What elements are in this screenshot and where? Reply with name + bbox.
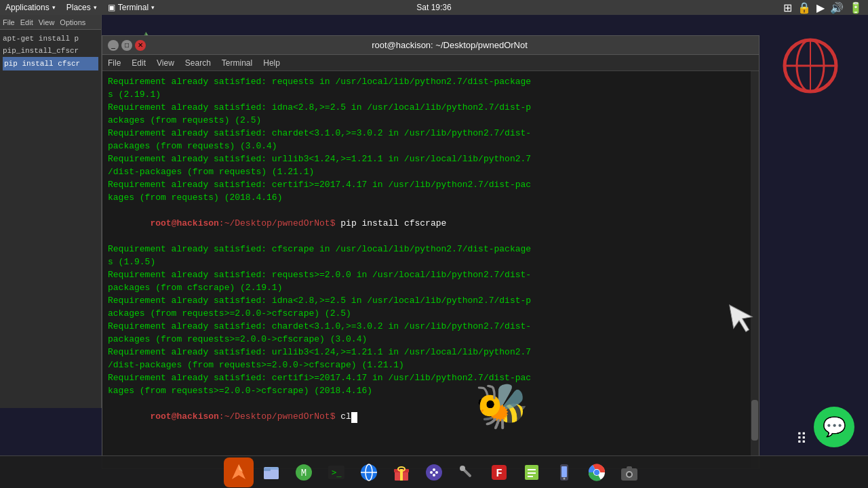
term-output-9: Requirement already satisfied: certifi>=… [108,178,753,191]
term-cmd-1: pip install cfscrape [335,218,446,228]
term-output-8: /dist-packages (from requests) (1.21.1) [108,165,753,178]
term-edit-menu[interactable]: Edit [132,58,146,68]
term-output-22: kages (from requests>=2.0.0->cfscrape) (… [108,384,753,397]
system-time: Sat 19:36 [416,3,451,12]
tray-icon-3: ▶ [816,1,825,14]
panel-line-1: apt-get install p [3,33,98,45]
term-prompt-path-2: :~/Desktop/pwnedOrNot$ [219,411,336,422]
panel-options-menu[interactable]: Options [60,18,85,26]
desktop: File Edit View Options apt-get install p… [0,15,868,488]
term-cmd-2: cl [335,411,351,422]
globe-icon-area [780,35,848,103]
term-output-20: /dist-packages (from requests>=2.0.0->cf… [108,359,753,371]
term-output-7: Requirement already satisfied: urllib3<1… [108,152,753,165]
term-output-14: packages (from cfscrape) (2.19.1) [108,281,753,294]
term-output-4: ackages (from requests) (2.5) [108,114,753,127]
term-cursor [351,412,357,423]
places-menu[interactable]: Places ▾ [66,3,97,12]
system-bar: Applications ▾ Places ▾ ▣ Terminal ▾ Sat… [0,0,868,15]
term-output-18: packages (from requests>=2.0.0->cfscrape… [108,333,753,346]
taskbar-icon-files[interactable] [256,458,286,487]
term-output-2: s (2.19.1) [108,88,753,101]
term-view-menu[interactable]: View [157,58,174,68]
system-tray: ⊞ 🔒 ▶ 🔊 🔋 [783,1,863,14]
maximize-button[interactable]: □ [121,40,132,51]
terminal-icon-small: ▣ [108,3,115,12]
globe-svg [780,35,841,96]
svg-point-31 [460,466,465,471]
window-controls: _ □ ✕ [108,40,146,51]
left-panel-menubar: File Edit View Options [0,15,101,30]
term-prompt-user-1: root@hackison [150,218,218,228]
bee-decoration: 🐝 [475,381,529,434]
taskbar-icon-browser[interactable] [354,458,384,487]
term-output-13: Requirement already satisfied: requests>… [108,268,753,281]
terminal-menubar: File Edit View Search Terminal Help [102,55,759,71]
panel-file-menu[interactable]: File [3,18,15,26]
term-output-12: s (1.9.5) [108,256,753,268]
taskbar: M >_ F [0,455,868,488]
term-prompt-line-1: root@hackison:~/Desktop/pwnedOrNot$ pip … [108,204,753,243]
term-help-menu[interactable]: Help [263,58,280,68]
taskbar-icon-app-green[interactable]: M [289,458,319,487]
term-output-15: Requirement already satisfied: idna<2.8,… [108,294,753,307]
tray-icon-2: 🔒 [797,1,811,14]
taskbar-icon-camera[interactable] [614,458,644,487]
taskbar-icon-gift[interactable] [387,458,416,487]
svg-point-40 [564,477,566,479]
terminal-scrollbar[interactable] [751,71,759,468]
term-file-menu[interactable]: File [108,58,121,68]
places-arrow: ▾ [94,4,97,11]
taskbar-icon-tool[interactable] [452,458,481,487]
terminal-body[interactable]: Requirement already satisfied: requests … [102,71,759,468]
term-output-6: packages (from requests) (3.0.4) [108,140,753,152]
taskbar-icon-notes[interactable] [517,458,547,487]
term-prompt-line-2: root@hackison:~/Desktop/pwnedOrNot$ cl [108,397,753,436]
taskbar-icon-chrome[interactable] [582,458,612,487]
terminal-titlebar: _ □ ✕ root@hackison: ~/Desktop/pwnedOrNo… [102,36,759,55]
term-output-1: Requirement already satisfied: requests … [108,75,753,88]
taskbar-icon-phone[interactable] [549,458,579,487]
svg-rect-12 [264,470,279,479]
svg-point-43 [594,470,599,475]
term-prompt-path-1: :~/Desktop/pwnedOrNot$ [219,218,336,228]
close-button[interactable]: ✕ [135,40,146,51]
tray-icon-4: 🔊 [830,1,844,14]
terminal-scrollbar-thumb[interactable] [751,400,758,441]
svg-point-28 [433,468,435,471]
chat-bubble-icon[interactable]: 💬 [814,407,854,447]
term-output-3: Requirement already satisfied: idna<2.8,… [108,101,753,114]
term-output-11: Requirement already satisfied: cfscrape … [108,243,753,256]
svg-point-46 [627,472,631,476]
left-panel: File Edit View Options apt-get install p… [0,15,102,408]
svg-rect-13 [264,468,271,471]
panel-line-2: pip_install_cfscr [3,45,98,57]
taskbar-icon-kali[interactable] [224,458,254,487]
panel-line-3-selected[interactable]: pip install cfscr [3,57,98,70]
terminal-arrow: ▾ [151,4,155,11]
applications-menu[interactable]: Applications ▾ [5,3,56,12]
applications-arrow: ▾ [52,4,56,11]
svg-point-29 [433,474,435,476]
taskbar-icon-terminal2[interactable]: >_ [321,458,351,487]
term-output-10: kages (from requests) (2018.4.16) [108,191,753,204]
taskbar-icon-red-app[interactable]: F [484,458,514,487]
terminal-window: _ □ ✕ root@hackison: ~/Desktop/pwnedOrNo… [102,35,760,469]
panel-view-menu[interactable]: View [39,18,55,26]
terminal-label: Terminal [118,3,149,12]
panel-edit-menu[interactable]: Edit [20,18,33,26]
svg-marker-8 [730,302,755,334]
term-output-17: Requirement already satisfied: chardet<3… [108,320,753,333]
applications-label: Applications [5,3,50,12]
terminal-menu[interactable]: ▣ Terminal ▾ [108,3,155,12]
svg-point-25 [426,464,442,481]
term-search-menu[interactable]: Search [185,58,211,68]
tray-icon-5: 🔋 [849,1,863,14]
chat-icon: 💬 [823,415,846,439]
minimize-button[interactable]: _ [108,40,119,51]
term-terminal-menu[interactable]: Terminal [222,58,252,68]
taskbar-icon-games[interactable] [419,458,449,487]
term-output-21: Requirement already satisfied: certifi>=… [108,371,753,384]
grid-dots-icon[interactable]: ⠿ [796,430,807,449]
svg-rect-39 [561,466,567,477]
